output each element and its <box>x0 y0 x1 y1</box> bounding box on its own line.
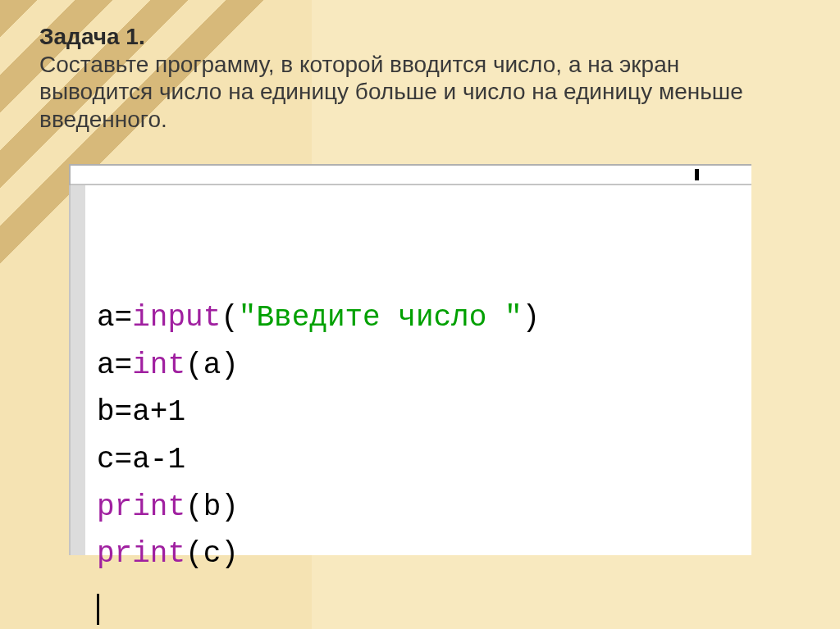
token-func: int <box>132 349 185 382</box>
token-paren: ( <box>185 490 203 524</box>
caret-mark <box>695 169 699 180</box>
token-op: = <box>115 349 133 382</box>
token-op: = <box>115 301 133 335</box>
token-func: print <box>97 537 185 571</box>
token-paren: ( <box>185 349 203 382</box>
code-line-2: a=int(a) <box>97 349 239 382</box>
token-func: input <box>132 301 221 335</box>
code-line-5: print(b) <box>97 490 239 524</box>
token-line: b=a+1 <box>97 395 185 429</box>
token-string: "Введите число " <box>239 301 523 335</box>
token-paren: ( <box>221 301 239 335</box>
token-var: c <box>203 537 221 571</box>
token-paren: ) <box>221 490 239 524</box>
task-body: Составьте программу, в которой вводится … <box>39 52 743 132</box>
token-paren: ) <box>221 537 239 571</box>
code-area: a=input("Введите число ") a=int(a) b=a+1… <box>85 185 751 555</box>
token-var: a <box>97 301 115 335</box>
token-func: print <box>97 490 185 524</box>
task-text-block: Задача 1. Составьте программу, в которой… <box>39 23 791 133</box>
token-var: b <box>203 490 221 524</box>
slide: Задача 1. Составьте программу, в которой… <box>0 0 840 629</box>
task-title: Задача 1. <box>39 24 145 49</box>
code-line-3: b=a+1 <box>97 395 185 429</box>
token-line: c=a-1 <box>97 443 185 476</box>
code-line-1: a=input("Введите число ") <box>97 301 540 335</box>
token-paren: ) <box>221 349 239 382</box>
code-line-6: print(c) <box>97 537 239 571</box>
token-paren: ) <box>523 301 541 335</box>
text-cursor <box>97 594 99 625</box>
token-paren: ( <box>185 537 203 571</box>
gutter-divider <box>69 185 71 555</box>
code-screenshot: a=input("Введите число ") a=int(a) b=a+1… <box>69 164 751 555</box>
code-top-strip <box>71 166 751 185</box>
token-var: a <box>203 349 221 382</box>
token-var: a <box>97 349 115 382</box>
code-line-4: c=a-1 <box>97 443 185 476</box>
